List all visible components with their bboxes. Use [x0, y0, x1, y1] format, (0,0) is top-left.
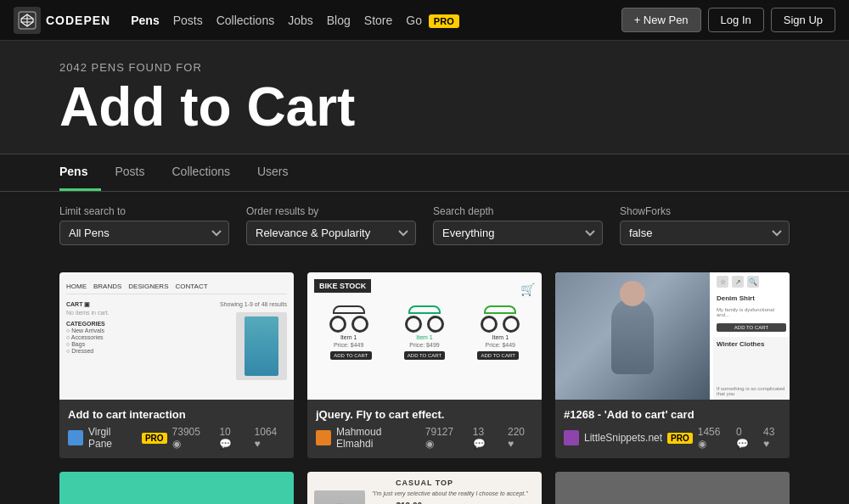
pen-info-3: #1268 - 'Add to cart' card LittleSnippet…	[555, 400, 790, 458]
pen-avatar-1	[68, 430, 83, 445]
filter-order: Order results by Relevance & Popularity …	[246, 205, 416, 245]
stat-loves-3: 43 ♥	[763, 426, 781, 450]
tabs-bar: Pens Posts Collections Users	[0, 154, 849, 192]
stat-loves-1: 1064 ♥	[255, 426, 285, 450]
pens-grid: HOME BRANDS DESIGNERS CONTACT CART ▣ No …	[59, 272, 790, 504]
pen-author-3: LittleSnippets.net	[584, 432, 662, 444]
pen-avatar-3	[564, 430, 579, 445]
tab-posts[interactable]: Posts	[101, 154, 158, 191]
filter-depth-label: Search depth	[433, 205, 603, 217]
pen-title-2: jQuery. Fly to cart effect.	[316, 408, 533, 421]
nav-jobs[interactable]: Jobs	[288, 14, 313, 27]
pen-preview-3: ☆ ↗ 🔍 Denim Shirt My family is dysfuncti…	[555, 272, 790, 400]
pen-stats-2: 79127 ◉ 13 💬 220 ♥	[425, 426, 533, 450]
tab-collections[interactable]: Collections	[158, 154, 243, 191]
filter-order-select[interactable]: Relevance & Popularity Most Viewed Most …	[246, 221, 416, 245]
filter-order-label: Order results by	[246, 205, 416, 217]
filter-limit: Limit search to All Pens My Pens Followi…	[59, 205, 229, 245]
filter-depth: Search depth Everything Title Only Tags …	[433, 205, 603, 245]
logo[interactable]: CODEPEN	[14, 7, 110, 34]
pen-preview-6	[555, 472, 790, 504]
content-grid: HOME BRANDS DESIGNERS CONTACT CART ▣ No …	[0, 259, 849, 504]
hero-subtitle: 2042 PENS FOUND FOR	[59, 61, 790, 74]
new-pen-button[interactable]: + New Pen	[621, 8, 701, 32]
stat-loves-2: 220 ♥	[508, 426, 533, 450]
filter-depth-select[interactable]: Everything Title Only Tags Only	[433, 221, 603, 245]
login-button[interactable]: Log In	[708, 8, 764, 32]
pen-preview-1: HOME BRANDS DESIGNERS CONTACT CART ▣ No …	[59, 272, 294, 400]
pen-author-2: Mahmoud Elmahdi	[336, 426, 420, 450]
pen-card-3[interactable]: ☆ ↗ 🔍 Denim Shirt My family is dysfuncti…	[555, 272, 790, 458]
pen-author-1: Virgil Pane	[88, 426, 137, 450]
nav-store[interactable]: Store	[364, 14, 392, 27]
pen-avatar-2	[316, 430, 331, 445]
stat-views-3: 1456 ◉	[698, 426, 728, 450]
nav-links: Pens Posts Collections Jobs Blog Store G…	[131, 14, 621, 27]
hero-title: Add to Cart	[59, 77, 790, 137]
pen-preview-5: CASUAL TOP "I'm just very selective abou…	[307, 472, 542, 504]
pro-badge-3: PRO	[667, 433, 693, 444]
stat-comments-1: 10 💬	[219, 426, 245, 450]
nav-blog[interactable]: Blog	[327, 14, 351, 27]
pen-info-1: Add to cart interaction Virgil Pane PRO …	[59, 400, 294, 458]
pro-badge: PRO	[429, 14, 459, 28]
hero-section: 2042 PENS FOUND FOR Add to Cart	[0, 41, 849, 154]
filter-forks-label: ShowForks	[620, 205, 790, 217]
nav-go[interactable]: Go PRO	[406, 14, 458, 27]
pen-card-4[interactable]: Add me to Cart! Add to Cart Add me to Ca…	[59, 472, 294, 504]
filter-forks-select[interactable]: false true	[620, 221, 790, 245]
filter-forks: ShowForks false true	[620, 205, 790, 245]
stat-comments-3: 0 💬	[736, 426, 755, 450]
navbar: CODEPEN Pens Posts Collections Jobs Blog…	[0, 0, 849, 41]
signup-button[interactable]: Sign Up	[771, 8, 835, 32]
stat-comments-2: 13 💬	[473, 426, 499, 450]
tab-users[interactable]: Users	[244, 154, 302, 191]
pro-badge-1: PRO	[142, 433, 167, 444]
filter-limit-label: Limit search to	[59, 205, 229, 217]
pen-preview-4: Add me to Cart! Add to Cart	[59, 472, 294, 504]
pen-stats-1: 73905 ◉ 10 💬 1064 ♥	[172, 426, 285, 450]
pen-card-1[interactable]: HOME BRANDS DESIGNERS CONTACT CART ▣ No …	[59, 272, 294, 458]
stat-views-2: 79127 ◉	[425, 426, 464, 450]
logo-text: CODEPEN	[46, 14, 110, 27]
tab-pens[interactable]: Pens	[59, 154, 101, 191]
nav-pens[interactable]: Pens	[131, 14, 159, 27]
nav-posts[interactable]: Posts	[173, 14, 203, 27]
nav-right: + New Pen Log In Sign Up	[621, 8, 835, 32]
pen-card-6[interactable]	[555, 472, 790, 504]
pen-title-3: #1268 - 'Add to cart' card	[564, 408, 781, 421]
filters-section: Limit search to All Pens My Pens Followi…	[0, 192, 849, 259]
logo-icon	[14, 7, 41, 34]
pen-stats-3: 1456 ◉ 0 💬 43 ♥	[698, 426, 781, 450]
pen-info-2: jQuery. Fly to cart effect. Mahmoud Elma…	[307, 400, 542, 458]
pen-title-1: Add to cart interaction	[68, 408, 285, 421]
pen-card-5[interactable]: CASUAL TOP "I'm just very selective abou…	[307, 472, 542, 504]
filter-limit-select[interactable]: All Pens My Pens Following	[59, 221, 229, 245]
pen-meta-3: LittleSnippets.net PRO 1456 ◉ 0 💬 43 ♥	[564, 426, 781, 450]
pen-card-2[interactable]: BIKE STOCK 🛒 Item 1 Price: $449	[307, 272, 542, 458]
pen-meta-2: Mahmoud Elmahdi 79127 ◉ 13 💬 220 ♥	[316, 426, 533, 450]
stat-views-1: 73905 ◉	[172, 426, 211, 450]
nav-collections[interactable]: Collections	[216, 14, 274, 27]
pen-meta-1: Virgil Pane PRO 73905 ◉ 10 💬 1064 ♥	[68, 426, 285, 450]
pen-preview-2: BIKE STOCK 🛒 Item 1 Price: $449	[307, 272, 542, 400]
